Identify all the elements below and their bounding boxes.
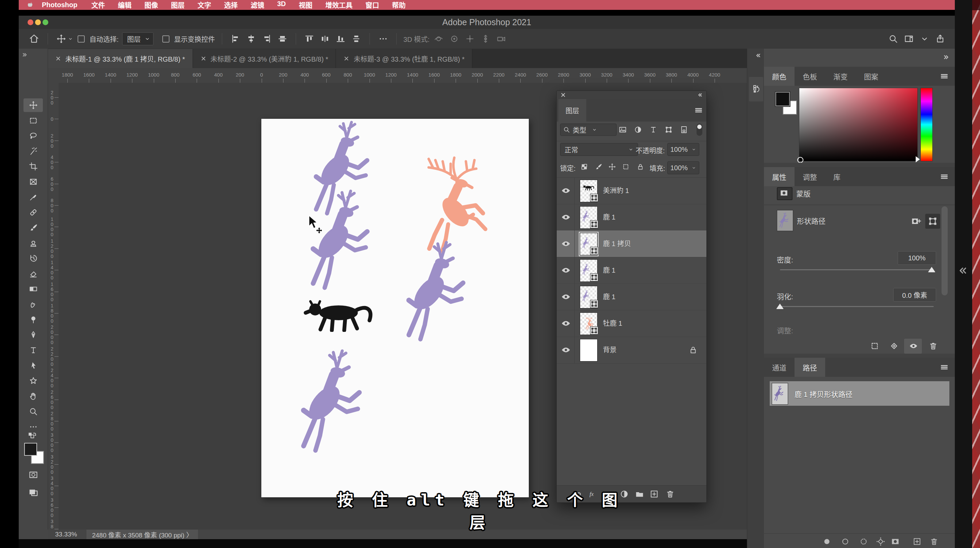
lasso-tool[interactable]	[24, 129, 43, 143]
chevron-down-icon[interactable]	[68, 34, 73, 43]
vector-mask-button[interactable]	[925, 214, 940, 229]
align-center-h-icon[interactable]	[247, 34, 256, 43]
menu-app-name[interactable]: Photoshop	[34, 1, 85, 9]
menu-item[interactable]: 文字	[191, 0, 218, 10]
show-transform-checkbox[interactable]	[162, 35, 169, 43]
tab-路径[interactable]: 路径	[795, 358, 825, 377]
visibility-eye-icon[interactable]	[561, 292, 571, 302]
layer-thumbnail[interactable]	[580, 339, 598, 362]
stroke-path-icon[interactable]	[841, 537, 850, 546]
share-icon[interactable]	[935, 34, 945, 43]
artboard[interactable]	[261, 119, 529, 497]
feather-slider[interactable]	[780, 306, 934, 307]
path-item[interactable]: 鹿 1 拷贝形状路径	[770, 381, 950, 406]
layer-name[interactable]: 鹿 1 拷贝	[603, 231, 631, 257]
apple-icon[interactable]	[26, 1, 34, 9]
fill-value[interactable]: 100%	[667, 161, 699, 174]
frame-tool[interactable]	[24, 175, 43, 189]
title-bar[interactable]: Adobe Photoshop 2021	[19, 16, 955, 29]
more-tool[interactable]	[24, 420, 43, 433]
panel-menu-icon[interactable]	[940, 363, 949, 372]
marquee-tool[interactable]	[24, 114, 43, 127]
clone-stamp-tool[interactable]	[24, 236, 43, 250]
hand-tool[interactable]	[24, 389, 43, 403]
history-panel-button[interactable]	[749, 77, 763, 102]
panel-menu-icon[interactable]	[940, 72, 949, 81]
tab-色板[interactable]: 色板	[795, 67, 825, 86]
menu-item[interactable]: 选择	[218, 0, 244, 10]
selection-from-path-icon[interactable]	[859, 537, 868, 546]
menu-item[interactable]: 文件	[85, 0, 111, 10]
close-tab-icon[interactable]	[55, 56, 61, 62]
dodge-tool[interactable]	[24, 313, 43, 327]
screen-mode-icon[interactable]	[27, 487, 40, 497]
clip-mask-icon[interactable]	[889, 341, 899, 350]
layers-panel-header[interactable]	[557, 91, 706, 99]
adjustment-filter-icon[interactable]	[634, 126, 642, 134]
layer-name[interactable]: 背景	[603, 337, 617, 363]
align-right-icon[interactable]	[262, 34, 272, 43]
deer-shape[interactable]	[295, 347, 384, 462]
work-path-icon[interactable]	[876, 537, 885, 546]
hue-strip[interactable]	[920, 88, 933, 161]
minimize-window-button[interactable]	[35, 19, 41, 25]
orbit-3d-icon[interactable]	[434, 34, 443, 43]
toolbar-collapse-icon[interactable]	[21, 51, 28, 58]
align-top-icon[interactable]	[305, 34, 314, 43]
align-bottom-icon[interactable]	[336, 34, 345, 43]
feather-slider-thumb[interactable]	[776, 304, 784, 309]
eraser-tool[interactable]	[24, 267, 43, 280]
mask-from-path-icon[interactable]	[891, 537, 900, 546]
home-icon[interactable]	[29, 34, 39, 44]
deer-shape[interactable]	[297, 189, 399, 297]
distribute-h-icon[interactable]	[320, 34, 330, 43]
visibility-eye-icon[interactable]	[561, 185, 571, 196]
close-tab-icon[interactable]	[200, 56, 207, 62]
add-mask-icon[interactable]	[911, 216, 922, 227]
fill-path-icon[interactable]	[822, 537, 831, 546]
new-layer-icon[interactable]	[649, 489, 659, 499]
feather-value[interactable]: 0.0 像素	[893, 288, 936, 301]
selection-from-mask-icon[interactable]	[870, 341, 879, 350]
layer-row[interactable]: 美洲豹 1	[557, 177, 706, 204]
document-tab[interactable]: 未标题-1 @ 33.3% (鹿 1 拷贝, RGB/8) *	[48, 49, 193, 68]
search-icon[interactable]	[888, 34, 898, 43]
delete-icon[interactable]	[930, 537, 939, 546]
workspace-icon[interactable]	[904, 34, 914, 43]
custom-shape-tool[interactable]	[24, 374, 43, 388]
density-slider[interactable]	[780, 269, 934, 270]
brush-tool[interactable]	[24, 221, 43, 234]
smudge-tool[interactable]	[24, 298, 43, 311]
layer-name[interactable]: 美洲豹 1	[603, 177, 629, 204]
layer-name[interactable]: 鹿 1	[603, 257, 616, 284]
new-path-icon[interactable]	[913, 537, 921, 546]
camera-3d-icon[interactable]	[496, 34, 506, 43]
menu-item[interactable]: 编辑	[111, 0, 138, 10]
layer-row[interactable]: 鹿 1 拷贝	[557, 231, 706, 257]
more-options-icon[interactable]	[379, 34, 388, 43]
lock-all-icon[interactable]	[637, 163, 644, 170]
gradient-tool[interactable]	[24, 282, 43, 296]
collapse-panel-icon[interactable]	[697, 92, 703, 98]
menu-item[interactable]: 窗口	[359, 0, 385, 10]
visibility-eye-icon[interactable]	[561, 345, 571, 355]
pan-3d-icon[interactable]	[465, 34, 475, 43]
crop-tool[interactable]	[24, 159, 43, 173]
tab-库[interactable]: 库	[825, 167, 849, 186]
saturation-brightness-field[interactable]	[799, 88, 918, 161]
history-brush-tool[interactable]	[24, 252, 43, 265]
foreground-swatch[interactable]	[24, 443, 37, 456]
layer-row[interactable]: 牡鹿 1	[557, 310, 706, 337]
menu-item[interactable]: 滤镜	[244, 0, 270, 10]
color-marker[interactable]	[797, 157, 803, 163]
auto-select-checkbox[interactable]	[78, 35, 85, 43]
hue-marker[interactable]	[916, 156, 920, 162]
deer-shape[interactable]	[400, 238, 487, 351]
tab-颜色[interactable]: 颜色	[764, 67, 795, 86]
menu-item[interactable]: 3D	[270, 0, 292, 10]
layer-name[interactable]: 鹿 1	[603, 284, 616, 310]
close-window-button[interactable]	[27, 19, 33, 25]
lock-artboard-icon[interactable]	[622, 163, 630, 170]
visibility-eye-icon[interactable]	[561, 318, 571, 328]
pen-tool[interactable]	[24, 328, 43, 342]
